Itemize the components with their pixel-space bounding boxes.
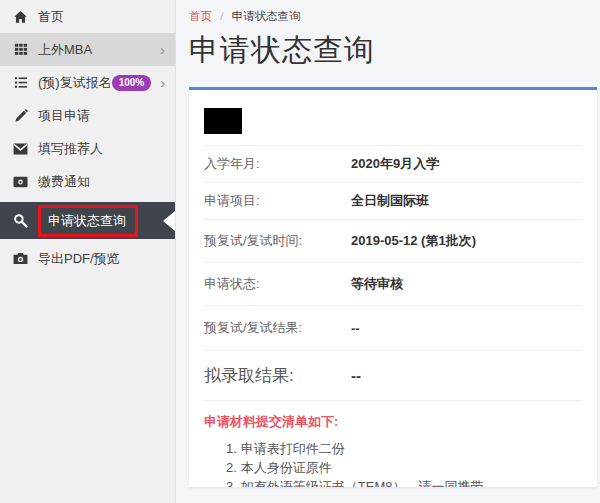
sidebar-item-label: (预)复试报名 bbox=[38, 74, 112, 92]
item-text: 本人身份证原件 bbox=[241, 458, 332, 477]
page-title: 申请状态查询 bbox=[189, 30, 600, 71]
sidebar-item-payment-notice[interactable]: 缴费通知 bbox=[0, 165, 175, 198]
main-content: 首页 / 申请状态查询 申请状态查询 入学年月: 2020年9月入学 申请项目:… bbox=[176, 0, 600, 503]
sidebar-item-export-pdf[interactable]: 导出PDF/预览 bbox=[0, 242, 175, 275]
sidebar-item-label: 填写推荐人 bbox=[38, 140, 103, 158]
item-text: 申请表打印件二份 bbox=[241, 439, 345, 458]
materials-list: 1. 申请表打印件二份 2. 本人身份证原件 3. 如有外语等级证书（TEM8）… bbox=[204, 439, 582, 487]
chevron-right-icon: › bbox=[156, 42, 165, 57]
breadcrumb-separator: / bbox=[220, 10, 223, 22]
materials-item: 3. 如有外语等级证书（TEM8），请一同携带 bbox=[226, 477, 582, 487]
status-value: 等待审核 bbox=[351, 275, 403, 293]
money-icon bbox=[12, 174, 29, 190]
materials-item: 2. 本人身份证原件 bbox=[226, 458, 582, 477]
sidebar-item-status-query[interactable]: 申请状态查询 bbox=[0, 202, 175, 239]
sidebar-item-label: 上外MBA bbox=[38, 41, 92, 59]
sidebar-item-recommender[interactable]: 填写推荐人 bbox=[0, 132, 175, 165]
detail-label: 申请项目: bbox=[204, 192, 351, 210]
breadcrumb-home-link[interactable]: 首页 bbox=[189, 10, 212, 22]
progress-badge: 100% bbox=[112, 75, 152, 91]
detail-row-retest-time: 预复试/复试时间: 2019-05-12 (第1批次) bbox=[204, 219, 582, 262]
detail-label: 预复试/复试结果: bbox=[204, 319, 351, 337]
detail-value: 全日制国际班 bbox=[351, 192, 429, 210]
item-number: 3. bbox=[226, 477, 237, 487]
item-number: 2. bbox=[226, 458, 237, 477]
sidebar-item-label: 导出PDF/预览 bbox=[38, 250, 120, 268]
sidebar-item-label: 首页 bbox=[38, 8, 64, 26]
home-icon bbox=[12, 9, 29, 25]
detail-row-admission-result: 拟录取结果: -- bbox=[204, 350, 582, 400]
detail-label: 拟录取结果: bbox=[204, 364, 351, 387]
materials-section: 申请材料提交清单如下: 1. 申请表打印件二份 2. 本人身份证原件 3. 如有… bbox=[204, 400, 582, 487]
red-annotation-box: 申请状态查询 bbox=[38, 205, 138, 237]
envelope-icon bbox=[12, 141, 29, 157]
chevron-right-icon: › bbox=[156, 75, 165, 90]
sidebar-item-retest-signup[interactable]: (预)复试报名 100% › bbox=[0, 66, 175, 99]
item-number: 1. bbox=[226, 439, 237, 458]
list-icon bbox=[12, 75, 29, 91]
sidebar-item-mba[interactable]: 上外MBA › bbox=[0, 33, 175, 66]
breadcrumb: 首页 / 申请状态查询 bbox=[176, 0, 600, 24]
pencil-icon bbox=[12, 108, 29, 124]
detail-row-status: 申请状态: 等待审核 bbox=[204, 262, 582, 305]
sidebar-item-home[interactable]: 首页 bbox=[0, 0, 175, 33]
detail-row-retest-result: 预复试/复试结果: -- bbox=[204, 305, 582, 350]
detail-value: 2019-05-12 (第1批次) bbox=[351, 232, 476, 250]
grid-icon bbox=[12, 42, 29, 58]
detail-row-program: 申请项目: 全日制国际班 bbox=[204, 182, 582, 219]
detail-value: -- bbox=[351, 367, 361, 384]
sidebar-item-label: 项目申请 bbox=[38, 107, 90, 125]
sidebar-item-project-apply[interactable]: 项目申请 bbox=[0, 99, 175, 132]
detail-row-enroll-date: 入学年月: 2020年9月入学 bbox=[204, 145, 582, 182]
redacted-block bbox=[204, 108, 242, 134]
search-icon bbox=[12, 213, 29, 229]
item-text: 如有外语等级证书（TEM8），请一同携带 bbox=[241, 477, 484, 487]
detail-label: 预复试/复试时间: bbox=[204, 232, 351, 250]
status-panel: 入学年月: 2020年9月入学 申请项目: 全日制国际班 预复试/复试时间: 2… bbox=[189, 87, 597, 487]
detail-value: -- bbox=[351, 321, 360, 336]
sidebar-item-label: 申请状态查询 bbox=[48, 213, 126, 228]
detail-label: 申请状态: bbox=[204, 275, 351, 293]
detail-label: 入学年月: bbox=[204, 155, 351, 173]
breadcrumb-current: 申请状态查询 bbox=[232, 10, 301, 22]
camera-icon bbox=[12, 251, 29, 267]
sidebar: 首页 上外MBA › (预)复试报名 1 bbox=[0, 0, 176, 503]
detail-value: 2020年9月入学 bbox=[351, 155, 439, 173]
materials-item: 1. 申请表打印件二份 bbox=[226, 439, 582, 458]
sidebar-item-label: 缴费通知 bbox=[38, 173, 90, 191]
materials-header: 申请材料提交清单如下: bbox=[204, 401, 582, 439]
